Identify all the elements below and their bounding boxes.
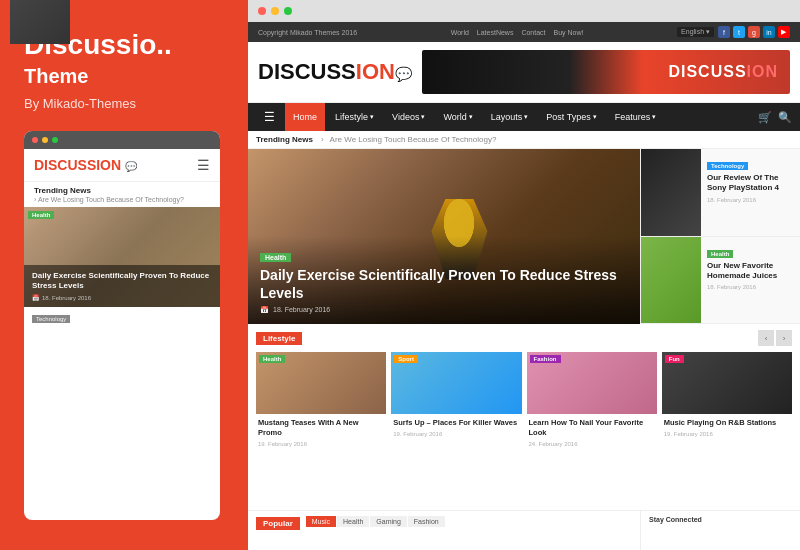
lc-date-1: 19. February 2016 <box>258 441 384 447</box>
lifestyle-card-2[interactable]: Sport Surfs Up – Places For Killer Waves… <box>391 352 521 506</box>
sidebar-article-image-1 <box>641 149 701 236</box>
linkedin-icon[interactable]: in <box>763 26 775 38</box>
lc-title-4: Music Playing On R&B Stations <box>664 418 790 428</box>
sa-title-2: Our New Favorite Homemade Juices <box>707 261 794 282</box>
left-by: By Mikado-Themes <box>24 96 224 111</box>
next-arrow[interactable]: › <box>776 330 792 346</box>
nav-hamburger-icon[interactable]: ☰ <box>256 110 283 124</box>
topbar-lang[interactable]: English ▾ <box>677 27 714 37</box>
featured-badge: Health <box>260 253 291 262</box>
twitter-icon[interactable]: t <box>733 26 745 38</box>
lc-image-3: Fashion <box>527 352 657 414</box>
trending-text: Are We Losing Touch Because Of Technolog… <box>330 135 497 144</box>
lc-info-3: Learn How To Nail Your Favorite Look 24.… <box>527 414 657 506</box>
mobile-dot-red <box>32 137 38 143</box>
mobile-logo: DISCUSSION 💬 <box>34 157 137 173</box>
sa-badge-1: Technology <box>707 162 748 170</box>
banner-logo-text: DISCUSSION <box>668 63 778 81</box>
site-nav: ☰ Home Lifestyle ▾ Videos ▾ World ▾ Layo… <box>248 103 800 131</box>
nav-item-post-types[interactable]: Post Types ▾ <box>538 103 604 131</box>
featured-main-image[interactable]: Health Daily Exercise Scientifically Pro… <box>248 149 640 324</box>
tab-gaming[interactable]: Gaming <box>370 516 407 527</box>
browser-dot-yellow[interactable] <box>271 7 279 15</box>
lc-badge-3: Fashion <box>530 355 561 363</box>
mobile-tech-badge: Technology <box>32 315 70 323</box>
mobile-article-badge: Health <box>28 211 54 219</box>
topbar-contact[interactable]: Contact <box>521 29 545 36</box>
nav-item-features[interactable]: Features ▾ <box>607 103 665 131</box>
trending-label: Trending News <box>256 135 313 144</box>
left-subtitle: Theme <box>24 65 224 88</box>
tab-fashion[interactable]: Fashion <box>408 516 445 527</box>
mobile-article-image: Health Daily Exercise Scientifically Pro… <box>24 207 220 307</box>
featured-overlay: Health Daily Exercise Scientifically Pro… <box>248 236 640 324</box>
browser-dot-red[interactable] <box>258 7 266 15</box>
cart-icon[interactable]: 🛒 <box>758 111 772 124</box>
nav-item-home[interactable]: Home <box>285 103 325 131</box>
mobile-mockup: DISCUSSION 💬 ☰ Trending News › Are We Lo… <box>24 131 220 520</box>
browser-chrome <box>248 0 800 22</box>
topbar-copyright: Copyright Mikado Themes 2016 <box>258 29 357 36</box>
tab-health[interactable]: Health <box>337 516 369 527</box>
nav-item-layouts[interactable]: Layouts ▾ <box>483 103 537 131</box>
nav-item-videos[interactable]: Videos ▾ <box>384 103 433 131</box>
lifestyle-cards: Health Mustang Teases With A New Promo 1… <box>256 352 792 506</box>
lc-date-4: 19. February 2016 <box>664 431 790 437</box>
featured-sidebar: Technology Our Review Of The Sony PlaySt… <box>640 149 800 324</box>
lc-info-4: Music Playing On R&B Stations 19. Februa… <box>662 414 792 506</box>
lc-image-4: Fun <box>662 352 792 414</box>
google-plus-icon[interactable]: g <box>748 26 760 38</box>
site-topbar: Copyright Mikado Themes 2016 World Lates… <box>248 22 800 42</box>
sa-date-1: 18. February 2016 <box>707 197 794 203</box>
mobile-article-title: Daily Exercise Scientifically Proven To … <box>32 271 212 292</box>
lc-date-2: 19. February 2016 <box>393 431 519 437</box>
stay-connected-label: Stay Connected <box>649 516 792 523</box>
topbar-nav: World LatestNews Contact Buy Now! <box>451 29 584 36</box>
sidebar-article-2[interactable]: Health Our New Favorite Homemade Juices … <box>641 237 800 325</box>
social-icons: f t g in ▶ <box>718 26 790 38</box>
mobile-top-bar <box>24 131 220 149</box>
featured-section: Health Daily Exercise Scientifically Pro… <box>248 149 800 324</box>
prev-arrow[interactable]: ‹ <box>758 330 774 346</box>
tab-music[interactable]: Music <box>306 516 336 527</box>
mobile-dot-green <box>52 137 58 143</box>
lc-badge-2: Sport <box>394 355 418 363</box>
lifestyle-card-3[interactable]: Fashion Learn How To Nail Your Favorite … <box>527 352 657 506</box>
website-content: Copyright Mikado Themes 2016 World Lates… <box>248 22 800 550</box>
sidebar-article-info-2: Health Our New Favorite Homemade Juices … <box>701 237 800 324</box>
mobile-article-date: 📅18. February 2016 <box>32 294 212 301</box>
featured-date: 📅18. February 2016 <box>260 306 628 314</box>
topbar-right: English ▾ f t g in ▶ <box>677 26 790 38</box>
trending-bar: Trending News › Are We Losing Touch Beca… <box>248 131 800 149</box>
featured-title: Daily Exercise Scientifically Proven To … <box>260 266 628 302</box>
sa-date-2: 18. February 2016 <box>707 284 794 290</box>
facebook-icon[interactable]: f <box>718 26 730 38</box>
topbar-buy[interactable]: Buy Now! <box>554 29 584 36</box>
youtube-icon[interactable]: ▶ <box>778 26 790 38</box>
lifestyle-card-4[interactable]: Fun Music Playing On R&B Stations 19. Fe… <box>662 352 792 506</box>
lifestyle-section-header: Lifestyle ‹ › <box>256 330 792 346</box>
hamburger-icon[interactable]: ☰ <box>197 157 210 173</box>
bottom-section: Popular Music Health Gaming Fashion Stay… <box>248 510 800 550</box>
nav-item-lifestyle[interactable]: Lifestyle ▾ <box>327 103 382 131</box>
trending-arrow: › <box>321 135 324 144</box>
sa-title-1: Our Review Of The Sony PlayStation 4 <box>707 173 794 194</box>
lc-info-2: Surfs Up – Places For Killer Waves 19. F… <box>391 414 521 506</box>
lifestyle-section: Lifestyle ‹ › Health Mustang Teases With… <box>248 324 800 510</box>
browser-dot-green[interactable] <box>284 7 292 15</box>
mobile-header: DISCUSSION 💬 ☰ <box>24 149 220 182</box>
right-panel: Copyright Mikado Themes 2016 World Lates… <box>248 0 800 550</box>
mobile-dot-yellow <box>42 137 48 143</box>
lifestyle-card-1[interactable]: Health Mustang Teases With A New Promo 1… <box>256 352 386 506</box>
nav-item-world[interactable]: World ▾ <box>435 103 480 131</box>
header-banner[interactable]: DISCUSSION <box>422 50 790 94</box>
sa-badge-2: Health <box>707 250 733 258</box>
site-logo[interactable]: DISCUSSION💬 <box>258 59 412 85</box>
sidebar-article-1[interactable]: Technology Our Review Of The Sony PlaySt… <box>641 149 800 237</box>
bottom-right: Stay Connected <box>640 511 800 550</box>
topbar-world[interactable]: World <box>451 29 469 36</box>
topbar-latest[interactable]: LatestNews <box>477 29 514 36</box>
mobile-trending-label: Trending News <box>24 182 220 196</box>
search-icon[interactable]: 🔍 <box>778 111 792 124</box>
section-nav-arrows: ‹ › <box>758 330 792 346</box>
